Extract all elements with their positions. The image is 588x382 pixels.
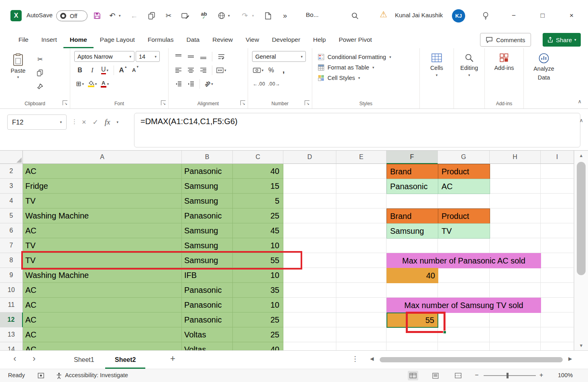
- undo-chevron-icon[interactable]: ▾: [119, 14, 121, 18]
- row-header-selected[interactable]: 12: [0, 313, 23, 327]
- cell-brand[interactable]: Voltas: [182, 342, 233, 350]
- cell-brand[interactable]: Panasonic: [182, 283, 233, 298]
- comma-style-button[interactable]: ,: [278, 65, 289, 76]
- accessibility-status[interactable]: Accessibility: Investigate: [65, 372, 128, 378]
- cell-qty[interactable]: 40: [233, 342, 283, 350]
- row-header[interactable]: 10: [0, 283, 23, 298]
- fill-handle[interactable]: [443, 331, 446, 334]
- cell-brand[interactable]: Panasonic: [182, 298, 233, 313]
- cell-f5-brand-header[interactable]: Brand: [387, 208, 438, 224]
- row-header[interactable]: 11: [0, 298, 23, 313]
- column-header-d[interactable]: D: [283, 151, 336, 164]
- cell-brand[interactable]: Samsung: [182, 223, 233, 238]
- document-title[interactable]: Bo...: [306, 11, 319, 18]
- zoom-slider[interactable]: [484, 375, 536, 376]
- result1-value-cell[interactable]: 40: [387, 268, 438, 283]
- insert-function-button[interactable]: fx: [105, 118, 110, 127]
- save-button[interactable]: [90, 8, 104, 23]
- tab-view[interactable]: View: [239, 31, 265, 48]
- excel-logo-icon[interactable]: X: [10, 10, 22, 21]
- sheet-tab-sheet2[interactable]: Sheet2: [105, 351, 145, 369]
- column-header-e[interactable]: E: [336, 151, 387, 164]
- sheet-tab-sheet1[interactable]: Sheet1: [64, 351, 104, 369]
- percent-style-button[interactable]: %: [266, 65, 277, 76]
- tab-page-layout[interactable]: Page Layout: [94, 31, 141, 48]
- cell-item[interactable]: AC: [23, 327, 182, 342]
- vertical-scrollbar[interactable]: ▲ ▼: [574, 151, 588, 350]
- add-sheet-button[interactable]: +: [170, 353, 175, 364]
- alignment-launcher[interactable]: ↘: [240, 100, 245, 105]
- row-header[interactable]: 3: [0, 179, 23, 194]
- search-button[interactable]: [348, 8, 362, 23]
- minimize-button[interactable]: −: [505, 7, 523, 24]
- tab-review[interactable]: Review: [206, 31, 239, 48]
- prev-sheet-icon[interactable]: ‹: [9, 353, 21, 364]
- cell-qty[interactable]: 25: [233, 208, 283, 223]
- next-sheet-icon[interactable]: ›: [28, 353, 40, 364]
- cut-button[interactable]: ✂: [35, 54, 46, 65]
- cell-item[interactable]: AC: [23, 283, 182, 298]
- font-size-select[interactable]: 14 ▾: [136, 51, 160, 62]
- cell-g3-product-value[interactable]: AC: [438, 179, 490, 194]
- cell-item[interactable]: Fridge: [23, 179, 182, 194]
- normal-view-button[interactable]: [408, 371, 418, 380]
- editing-button[interactable]: Editing ▾: [454, 48, 484, 78]
- row-header[interactable]: 2: [0, 164, 23, 179]
- tab-insert[interactable]: Insert: [35, 31, 63, 48]
- zoom-out-button[interactable]: −: [475, 372, 478, 379]
- cell-qty[interactable]: 15: [233, 179, 283, 194]
- maximize-button[interactable]: □: [534, 7, 551, 24]
- row-header[interactable]: 14: [0, 342, 23, 350]
- align-center-button[interactable]: [185, 65, 196, 76]
- align-top-button[interactable]: [173, 51, 184, 62]
- cell-brand[interactable]: Panasonic: [182, 164, 233, 179]
- column-header-f[interactable]: F: [387, 151, 438, 164]
- cell-qty[interactable]: 25: [233, 327, 283, 342]
- cell-g5-product-header[interactable]: Product: [438, 208, 490, 224]
- cell-qty[interactable]: 25: [233, 313, 283, 327]
- tab-data[interactable]: Data: [180, 31, 206, 48]
- conditional-formatting-button[interactable]: Conditional Formatting ▾: [318, 54, 419, 60]
- cell-qty[interactable]: 10: [233, 268, 283, 283]
- tips-button[interactable]: [478, 8, 493, 23]
- cell-brand[interactable]: Panasonic: [182, 313, 233, 327]
- increase-decimal-button[interactable]: ←.00: [252, 78, 266, 89]
- autosave-toggle[interactable]: Off: [56, 10, 87, 21]
- orientation-button[interactable]: ab▾: [203, 78, 214, 89]
- cell-qty[interactable]: 10: [233, 298, 283, 313]
- font-name-select[interactable]: Aptos Narrow ▾: [74, 51, 134, 62]
- scroll-down-icon[interactable]: ▼: [574, 343, 588, 348]
- close-button[interactable]: ×: [563, 7, 580, 24]
- cell-styles-button[interactable]: Cell Styles ▾: [318, 75, 419, 81]
- column-header-a[interactable]: A: [23, 151, 182, 164]
- analyze-data-button[interactable]: Analyze Data: [524, 48, 564, 81]
- cell-f3-brand-value[interactable]: Panasonic: [387, 179, 438, 194]
- cell-qty[interactable]: 40: [233, 164, 283, 179]
- borders-button[interactable]: ⊞▾: [74, 78, 85, 89]
- column-header-i[interactable]: I: [541, 151, 574, 164]
- hscroll-left-icon[interactable]: ◀: [370, 356, 374, 362]
- addins-button[interactable]: Add-ins: [485, 48, 523, 71]
- formula-input[interactable]: =DMAX(A1:C14,C1,F5:G6): [134, 113, 580, 147]
- increase-indent-button[interactable]: [185, 78, 196, 89]
- tab-strip-menu-icon[interactable]: ⋮: [352, 355, 358, 363]
- zoom-level[interactable]: 100%: [558, 372, 573, 378]
- column-header-g[interactable]: G: [438, 151, 490, 164]
- decrease-indent-button[interactable]: [173, 78, 184, 89]
- qat-spelling-button[interactable]: ab✓: [197, 8, 211, 23]
- cell-brand[interactable]: Voltas: [182, 327, 233, 342]
- collapse-ribbon-button[interactable]: ∧: [578, 98, 582, 104]
- cell-f2-brand-header[interactable]: Brand: [387, 164, 438, 179]
- cell-item[interactable]: AC: [23, 223, 182, 238]
- new-file-button[interactable]: [261, 8, 275, 23]
- cell-item[interactable]: AC: [23, 342, 182, 350]
- number-launcher[interactable]: ↘: [305, 100, 309, 105]
- qat-globe-button[interactable]: [214, 8, 229, 23]
- empty-cells[interactable]: [283, 194, 574, 208]
- column-header-b[interactable]: B: [182, 151, 233, 164]
- cell-item[interactable]: AC: [23, 298, 182, 313]
- cell-qty[interactable]: 5: [233, 194, 283, 208]
- hscroll-right-icon[interactable]: ▶: [568, 356, 572, 362]
- align-right-button[interactable]: [197, 65, 209, 76]
- empty-cells[interactable]: [283, 283, 574, 298]
